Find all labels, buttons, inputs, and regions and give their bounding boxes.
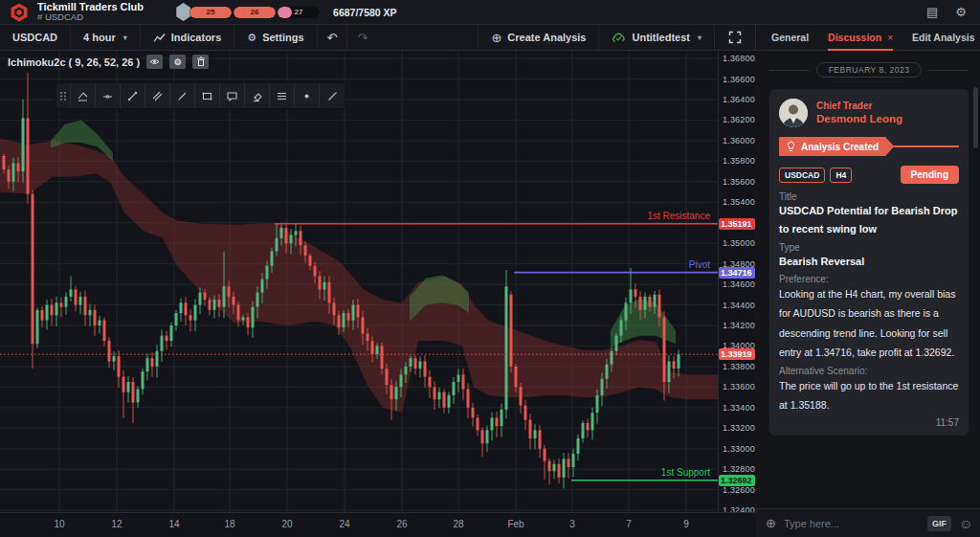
price-tick: 1.33600 <box>723 382 755 392</box>
candlestick-chart[interactable]: 1st ResistancePivot1st Support <box>0 51 718 512</box>
preference-text: Looking at the H4 chart, my overall bias… <box>779 284 959 363</box>
line-chart-icon <box>153 32 166 44</box>
author-block: Chief Trader Desmond Leong <box>816 100 902 126</box>
price-axis[interactable]: 1.368001.366001.364001.362001.360001.358… <box>718 51 756 512</box>
gif-button[interactable]: GIF <box>927 516 951 531</box>
create-analysis-button[interactable]: ⊕ Create Analysis <box>478 25 599 50</box>
tab-general[interactable]: General <box>771 25 809 50</box>
time-tick: 26 <box>388 519 416 529</box>
time-tick: 18 <box>215 519 244 529</box>
dot-tool[interactable] <box>295 83 320 108</box>
cloud-saved-icon <box>612 32 626 43</box>
price-level-tag: 1.32692 <box>719 475 755 486</box>
comment-tool[interactable] <box>220 83 245 108</box>
line-tool[interactable] <box>320 83 345 108</box>
panel-scrollbar[interactable] <box>973 87 978 148</box>
time-axis[interactable]: 1012141820242628Feb379 <box>0 512 756 537</box>
meta-row: USDCAD H4 Pending <box>779 166 959 184</box>
emoji-icon[interactable]: ☺ <box>959 516 972 531</box>
date-divider: FEBRUARY 8, 2023 <box>769 62 969 78</box>
timeframe-dropdown[interactable]: 4 hour▾ <box>71 25 141 50</box>
settings-button[interactable]: ⚙ Settings <box>234 25 317 50</box>
price-tick: 1.33400 <box>723 403 755 413</box>
gear-icon[interactable]: ⚙ <box>955 5 967 19</box>
price-tick: 1.32800 <box>723 464 755 474</box>
xp-segment: 25 <box>189 7 232 18</box>
fullscreen-button[interactable] <box>715 25 755 50</box>
fullscreen-icon <box>728 31 742 44</box>
indicator-legend: Ichimoku2c ( 9, 26, 52, 26 ) ⚙ <box>8 55 209 69</box>
undo-button[interactable]: ↶ <box>318 25 348 50</box>
time-tick: 14 <box>160 519 189 529</box>
rectangle-tool[interactable] <box>195 83 220 108</box>
time-tick: 12 <box>102 519 131 529</box>
time-tick: 7 <box>614 519 643 529</box>
lightbulb-icon <box>787 141 795 152</box>
main-content: 1st ResistancePivot1st Support 1.368001.… <box>0 51 980 537</box>
app-window: Tickmill Traders Club # USDCAD 252627 66… <box>0 0 980 537</box>
xp-segment-label: 25 <box>207 8 215 16</box>
message-timestamp: 11:57 <box>779 417 959 428</box>
align-lines-tool[interactable] <box>270 83 295 108</box>
price-tick: 1.32600 <box>723 485 755 495</box>
attach-plus-icon[interactable]: ⊕ <box>766 516 776 530</box>
preference-label: Preference: <box>779 274 959 284</box>
indicator-visibility-button[interactable] <box>146 55 163 69</box>
indicator-legend-label: Ichimoku2c ( 9, 26, 52, 26 ) <box>8 56 140 68</box>
brush-tool[interactable] <box>170 83 195 108</box>
svg-text:1st Resistance: 1st Resistance <box>647 211 710 221</box>
price-tick: 1.35600 <box>723 177 755 187</box>
tab-discussion[interactable]: Discussion× <box>828 25 893 50</box>
header-icons: ▤ ⚙ <box>926 5 970 19</box>
author-name[interactable]: Desmond Leong <box>816 112 902 126</box>
xp-segment-label: 26 <box>251 8 259 16</box>
close-icon[interactable]: × <box>887 33 893 43</box>
price-level-tag: 1.33919 <box>719 348 755 360</box>
price-tick: 1.33000 <box>723 444 755 454</box>
indicators-button[interactable]: Indicators <box>141 25 235 50</box>
trend-line-tool[interactable] <box>121 83 145 108</box>
eraser-tool[interactable] <box>245 83 270 108</box>
redo-button[interactable]: ↷ <box>347 25 377 50</box>
price-tick: 1.34400 <box>723 301 755 310</box>
analysis-type: Bearish Reversal <box>779 253 959 271</box>
tab-edit-analysis[interactable]: Edit Analysis <box>912 25 975 50</box>
time-tick: 28 <box>444 519 473 529</box>
parallel-channel-tool[interactable] <box>145 83 170 108</box>
plus-circle-icon: ⊕ <box>491 31 501 45</box>
indicator-delete-button[interactable] <box>192 55 209 69</box>
analysis-title: USDCAD Potential for Bearish Drop to rec… <box>779 202 959 239</box>
price-level-tag: 1.34716 <box>719 267 755 279</box>
brand-block: Tickmill Traders Club # USDCAD <box>37 2 144 23</box>
pattern-tool[interactable] <box>71 83 96 108</box>
discussion-feed[interactable]: FEBRUARY 8, 2023 Ch <box>756 51 980 508</box>
time-tick: Feb <box>501 519 530 529</box>
symbol-label[interactable]: USDCAD <box>0 25 71 50</box>
ribbon-line <box>892 145 959 147</box>
timeframe-badge: H4 <box>830 168 852 183</box>
chat-input-row: ⊕ GIF ☺ <box>756 508 980 537</box>
analysis-card: Chief Trader Desmond Leong Analysis Crea… <box>769 89 969 436</box>
analysis-name-dropdown[interactable]: Untitledtest▾ <box>599 25 715 50</box>
avatar-photo <box>779 99 808 127</box>
xp-progress-text: 6687/7580 XP <box>333 7 397 18</box>
panels-icon[interactable]: ▤ <box>926 5 938 19</box>
time-tick: 10 <box>45 519 74 529</box>
time-tick: 9 <box>672 519 701 529</box>
drag-handle[interactable] <box>56 83 71 108</box>
title-label: Title <box>779 191 959 202</box>
tab-label: Discussion <box>828 32 881 43</box>
chevron-down-icon: ▾ <box>123 34 127 42</box>
toolbar-spacer <box>377 25 478 50</box>
indicator-settings-button[interactable]: ⚙ <box>169 55 186 69</box>
tab-label: Edit Analysis <box>912 32 975 43</box>
chat-input[interactable] <box>784 518 920 529</box>
status-badge[interactable]: Pending <box>901 166 959 184</box>
horizontal-line-tool[interactable] <box>96 83 121 108</box>
price-tick: 1.36400 <box>723 95 755 104</box>
xp-level-bar: 252627 <box>189 7 320 18</box>
toolbar-row: USDCAD 4 hour▾ Indicators ⚙ Settings ↶ ↷… <box>0 24 980 51</box>
time-tick: 3 <box>558 519 587 529</box>
avatar[interactable] <box>779 99 808 127</box>
price-tick: 1.33200 <box>723 423 755 433</box>
